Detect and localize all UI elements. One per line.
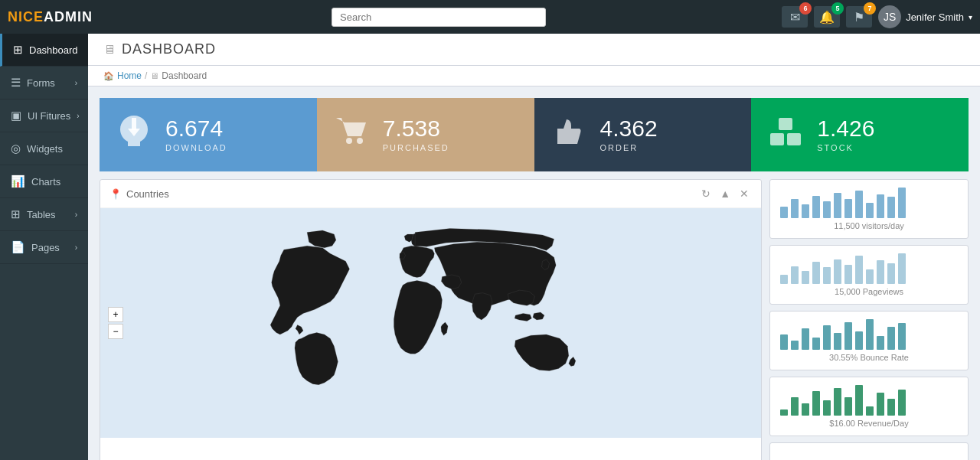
messages-button[interactable]: ✉ 6 xyxy=(782,6,808,28)
topnav-right: ✉ 6 🔔 5 ⚑ 7 JS Jenifer Smith ▾ xyxy=(782,5,972,28)
charts-icon: 📊 xyxy=(11,175,25,188)
breadcrumb-home-link[interactable]: Home xyxy=(117,70,142,81)
svg-rect-6 xyxy=(779,118,792,130)
map-widget-header: 📍 Countries ↻ ▲ ✕ xyxy=(100,180,761,208)
sidebar-stats: 11,500 visitors/day 15,000 Pageviews 30.… xyxy=(769,179,969,460)
stat-label-order: ORDER xyxy=(600,143,658,152)
svg-point-2 xyxy=(346,138,352,144)
breadcrumb-current: Dashboard xyxy=(162,70,207,81)
sidebar: ⊞ Dashboard ☰ Forms › ▣ UI Fitures › ◎ W… xyxy=(0,34,88,460)
monthly-chart xyxy=(779,451,959,460)
monitor-icon: 🖥 xyxy=(103,43,116,57)
map-controls: + − xyxy=(108,307,123,339)
chevron-down-icon: ▾ xyxy=(969,13,972,21)
svg-point-3 xyxy=(357,138,363,144)
stat-card-order: 4.362 ORDER xyxy=(534,98,752,171)
visitors-chart xyxy=(779,188,959,218)
stat-card-stock: 1.426 STOCK xyxy=(751,98,969,171)
thumbsup-icon xyxy=(550,112,588,158)
sidebar-item-widgets[interactable]: ◎ Widgets xyxy=(0,132,88,165)
stat-label-download: DOWNLOAD xyxy=(165,143,227,152)
breadcrumb-page-icon: 🖥 xyxy=(150,71,158,80)
breadcrumb: 🏠 Home / 🖥 Dashboard xyxy=(88,66,980,86)
stat-info-order: 4.362 ORDER xyxy=(600,117,658,152)
mini-stat-visitors: 11,500 visitors/day xyxy=(769,179,969,239)
map-refresh-button[interactable]: ↻ xyxy=(698,186,714,201)
alerts-badge: 7 xyxy=(864,2,876,15)
pageviews-chart xyxy=(779,253,959,284)
revenue-chart xyxy=(779,385,959,416)
sidebar-item-charts[interactable]: 📊 Charts xyxy=(0,165,88,198)
revenue-label: $16.00 Revenue/Day xyxy=(779,419,959,428)
cart-icon xyxy=(332,112,371,158)
sidebar-item-pages[interactable]: 📄 Pages › xyxy=(0,231,88,264)
chevron-right-icon: › xyxy=(75,79,77,87)
tables-icon: ⊞ xyxy=(11,207,21,221)
map-location-icon: 📍 xyxy=(109,188,122,200)
sidebar-item-dashboard[interactable]: ⊞ Dashboard xyxy=(0,34,88,67)
stat-number-download: 6.674 xyxy=(165,117,227,140)
download-icon xyxy=(115,112,153,158)
mini-stat-monthly: 12,000000 visitors every Month xyxy=(769,442,969,460)
brand-prefix: NICE xyxy=(8,9,44,24)
bounce-chart xyxy=(779,319,959,350)
svg-rect-5 xyxy=(787,133,801,145)
map-widget-title: Countries xyxy=(126,188,169,200)
alerts-icon: ⚑ xyxy=(854,10,864,24)
stat-info-purchased: 7.538 PURCHASED xyxy=(383,117,449,152)
brand-logo: NICEADMIN xyxy=(8,9,96,25)
breadcrumb-separator: / xyxy=(145,70,147,81)
pages-icon: 📄 xyxy=(11,240,25,254)
sidebar-item-label: Charts xyxy=(31,176,60,188)
search-input[interactable] xyxy=(332,8,546,27)
sidebar-item-ui-fitures[interactable]: ▣ UI Fitures › xyxy=(0,100,88,132)
topnav: NICEADMIN ✉ 6 🔔 5 ⚑ 7 JS Jenifer Smith ▾ xyxy=(0,0,980,34)
stat-number-order: 4.362 xyxy=(600,117,658,140)
stat-label-stock: STOCK xyxy=(817,143,874,152)
mini-stat-bounce: 30.55% Bounce Rate xyxy=(769,311,969,370)
ui-icon: ▣ xyxy=(11,109,21,122)
chevron-right-icon: › xyxy=(75,210,77,219)
world-map xyxy=(140,227,721,419)
mini-stat-revenue: $16.00 Revenue/Day xyxy=(769,377,969,436)
map-zoom-in-button[interactable]: + xyxy=(108,307,123,322)
avatar: JS xyxy=(878,5,901,28)
sidebar-item-forms[interactable]: ☰ Forms › xyxy=(0,67,88,100)
map-widget: 📍 Countries ↻ ▲ ✕ + − xyxy=(100,179,762,460)
brand-suffix: ADMIN xyxy=(44,9,93,24)
sidebar-item-label: Widgets xyxy=(27,143,63,155)
notifications-badge: 5 xyxy=(831,2,844,15)
mini-stat-pageviews: 15,000 Pageviews xyxy=(769,245,969,305)
stat-number-stock: 1.426 xyxy=(817,117,874,140)
map-container: + − xyxy=(100,208,761,438)
bounce-label: 30.55% Bounce Rate xyxy=(779,353,959,362)
map-widget-title-area: 📍 Countries xyxy=(109,188,169,200)
boxes-icon xyxy=(766,112,805,158)
user-menu[interactable]: JS Jenifer Smith ▾ xyxy=(878,5,972,28)
messages-icon: ✉ xyxy=(790,10,800,24)
visitors-label: 11,500 visitors/day xyxy=(779,221,959,230)
stat-card-download: 6.674 DOWNLOAD xyxy=(100,98,317,171)
alerts-button[interactable]: ⚑ 7 xyxy=(846,6,872,28)
user-name: Jenifer Smith xyxy=(906,11,964,23)
search-container xyxy=(332,8,546,27)
svg-rect-4 xyxy=(770,133,784,145)
notifications-button[interactable]: 🔔 5 xyxy=(814,6,840,28)
map-expand-button[interactable]: ▲ xyxy=(717,186,733,201)
sidebar-item-label: Forms xyxy=(27,77,55,89)
stats-row: 6.674 DOWNLOAD 7.538 PURCHASED xyxy=(100,98,969,171)
stat-number-purchased: 7.538 xyxy=(383,117,449,140)
svg-rect-0 xyxy=(132,118,136,130)
forms-icon: ☰ xyxy=(11,76,21,90)
sidebar-item-label: UI Fitures xyxy=(28,110,70,122)
sidebar-item-tables[interactable]: ⊞ Tables › xyxy=(0,198,88,231)
map-close-button[interactable]: ✕ xyxy=(737,186,752,201)
stat-label-purchased: PURCHASED xyxy=(383,143,449,152)
map-widget-actions: ↻ ▲ ✕ xyxy=(698,186,752,201)
page-title: DASHBOARD xyxy=(122,41,216,57)
stat-info-stock: 1.426 STOCK xyxy=(817,117,874,152)
sidebar-item-label: Dashboard xyxy=(29,44,78,56)
content-row: 📍 Countries ↻ ▲ ✕ + − xyxy=(100,179,969,460)
widgets-icon: ◎ xyxy=(11,142,21,155)
map-zoom-out-button[interactable]: − xyxy=(108,324,123,339)
